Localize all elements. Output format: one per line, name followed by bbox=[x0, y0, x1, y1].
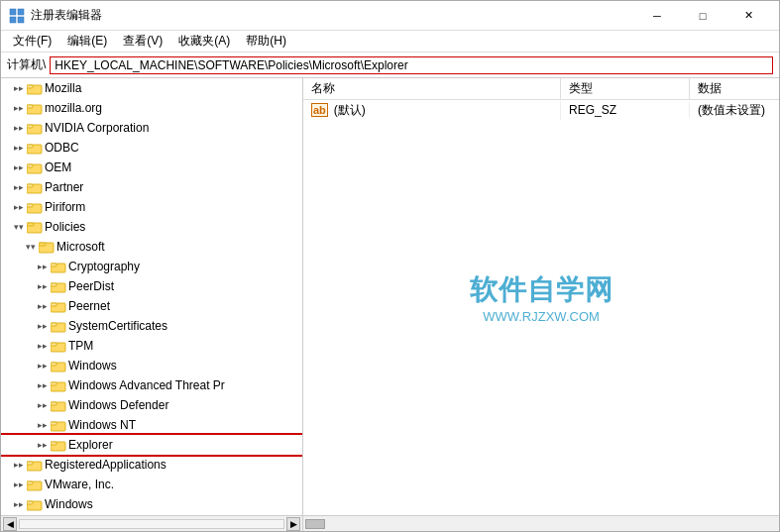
column-headers: 名称 类型 数据 bbox=[303, 78, 779, 100]
close-button[interactable]: ✕ bbox=[725, 1, 771, 31]
tree-item-systemcerts[interactable]: ▸SystemCertificates bbox=[1, 316, 302, 336]
folder-icon-cryptography bbox=[51, 259, 66, 274]
tree-item-explorer[interactable]: ▸Explorer bbox=[1, 435, 302, 455]
tree-item-oem[interactable]: ▸OEM bbox=[1, 158, 302, 177]
menu-item-view[interactable]: 查看(V) bbox=[115, 31, 170, 52]
entry-name: (默认) bbox=[334, 102, 366, 119]
folder-icon-windows bbox=[51, 358, 66, 373]
tree-item-registeredapps[interactable]: ▸RegisteredApplications bbox=[1, 455, 302, 475]
tree-label-windowsnt: Windows NT bbox=[68, 418, 136, 432]
svg-rect-7 bbox=[27, 105, 33, 108]
expand-arrow-defender[interactable]: ▸ bbox=[37, 399, 49, 411]
folder-icon-mozilla bbox=[27, 80, 43, 96]
menu-item-help[interactable]: 帮助(H) bbox=[238, 31, 294, 52]
tree-item-nvidia[interactable]: ▸NVIDIA Corporation bbox=[1, 118, 302, 138]
folder-icon-registeredapps bbox=[27, 457, 43, 473]
expand-arrow-windowsnt[interactable]: ▸ bbox=[37, 419, 49, 431]
left-hscroll[interactable]: ◀ ▶ bbox=[1, 516, 303, 531]
folder-icon-defender bbox=[51, 397, 66, 413]
tree-item-defender[interactable]: ▸Windows Defender bbox=[1, 395, 302, 415]
tree-item-mozillaorg[interactable]: ▸mozilla.org bbox=[1, 98, 302, 118]
tree-item-vmware[interactable]: ▸VMware, Inc. bbox=[1, 475, 302, 494]
hscroll-thumb[interactable] bbox=[305, 519, 325, 529]
tree-label-partner: Partner bbox=[45, 180, 83, 194]
expand-arrow-peerdist[interactable]: ▸ bbox=[37, 280, 49, 292]
menu-item-favorites[interactable]: 收藏夹(A) bbox=[170, 31, 238, 52]
expand-arrow-peernet[interactable]: ▸ bbox=[37, 300, 49, 312]
expand-arrow-cryptography[interactable]: ▸ bbox=[37, 261, 49, 272]
expand-arrow-registeredapps[interactable]: ▸ bbox=[13, 459, 25, 471]
tree-label-mozillaorg: mozilla.org bbox=[45, 101, 102, 115]
ab-icon: ab bbox=[311, 103, 328, 117]
expand-arrow-vmware[interactable]: ▸ bbox=[13, 479, 25, 490]
tree-item-peerdist[interactable]: ▸PeerDist bbox=[1, 276, 302, 296]
tree-item-windows2[interactable]: ▸Windows bbox=[1, 494, 302, 514]
tree-item-mozilla[interactable]: ▸Mozilla bbox=[1, 78, 302, 98]
tree-item-partner[interactable]: ▸Partner bbox=[1, 177, 302, 197]
svg-rect-0 bbox=[10, 9, 16, 15]
svg-rect-39 bbox=[51, 422, 56, 425]
expand-arrow-piriform[interactable]: ▸ bbox=[13, 201, 25, 213]
scroll-left-btn[interactable]: ◀ bbox=[3, 517, 17, 531]
expand-arrow-microsoft[interactable]: ▾ bbox=[25, 241, 37, 253]
tree-item-piriform[interactable]: ▸Piriform bbox=[1, 197, 302, 217]
content-area: ▸Mozilla▸mozilla.org▸NVIDIA Corporation▸… bbox=[1, 78, 779, 515]
tree-item-windows[interactable]: ▸Windows bbox=[1, 356, 302, 375]
svg-rect-17 bbox=[27, 204, 33, 207]
bottom-scrollbar: ◀ ▶ bbox=[1, 515, 779, 531]
folder-icon-explorer bbox=[51, 437, 66, 453]
registry-row[interactable]: ab (默认) REG_SZ (数值未设置) bbox=[303, 100, 779, 120]
col-data-header: 数据 bbox=[690, 78, 779, 99]
address-bar: 计算机\ HKEY_LOCAL_MACHINE\SOFTWARE\Policie… bbox=[1, 53, 779, 78]
tree-item-windowsnt[interactable]: ▸Windows NT bbox=[1, 415, 302, 435]
scroll-right-btn[interactable]: ▶ bbox=[286, 517, 300, 531]
tree-item-peernet[interactable]: ▸Peernet bbox=[1, 296, 302, 316]
tree-label-wat: Windows Advanced Threat Pr bbox=[68, 378, 225, 392]
svg-rect-41 bbox=[51, 442, 56, 445]
expand-arrow-oem[interactable]: ▸ bbox=[13, 161, 25, 173]
expand-arrow-tpm[interactable]: ▸ bbox=[37, 340, 49, 352]
expand-arrow-partner[interactable]: ▸ bbox=[13, 181, 25, 193]
tree-item-microsoft[interactable]: ▾Microsoft bbox=[1, 237, 302, 257]
expand-arrow-windows2[interactable]: ▸ bbox=[13, 498, 25, 510]
menu-item-file[interactable]: 文件(F) bbox=[5, 31, 59, 52]
address-path[interactable]: HKEY_LOCAL_MACHINE\SOFTWARE\Policies\Mic… bbox=[50, 56, 773, 74]
svg-rect-29 bbox=[51, 323, 56, 326]
tree-item-odbc[interactable]: ▸ODBC bbox=[1, 138, 302, 158]
right-hscroll[interactable] bbox=[303, 516, 779, 531]
tree-label-cryptography: Cryptography bbox=[68, 260, 140, 273]
svg-rect-1 bbox=[18, 9, 24, 15]
svg-rect-11 bbox=[27, 145, 33, 148]
expand-arrow-policies[interactable]: ▾ bbox=[13, 221, 25, 233]
expand-arrow-nvidia[interactable]: ▸ bbox=[13, 122, 25, 134]
tree-item-wat[interactable]: ▸Windows Advanced Threat Pr bbox=[1, 375, 302, 395]
tree-label-explorer: Explorer bbox=[68, 438, 113, 452]
svg-rect-23 bbox=[51, 264, 56, 266]
folder-icon-windowsnt bbox=[51, 417, 66, 433]
menu-item-edit[interactable]: 编辑(E) bbox=[59, 31, 115, 52]
folder-icon-vmware bbox=[27, 477, 43, 492]
expand-arrow-wat[interactable]: ▸ bbox=[37, 379, 49, 391]
folder-icon-partner bbox=[27, 179, 43, 195]
tree-label-peernet: Peernet bbox=[68, 299, 110, 313]
minimize-button[interactable]: ─ bbox=[634, 1, 680, 31]
expand-arrow-mozilla[interactable]: ▸ bbox=[13, 82, 25, 94]
watermark-main: 软件自学网 bbox=[470, 270, 613, 308]
tree-item-policies[interactable]: ▾Policies bbox=[1, 217, 302, 237]
svg-rect-5 bbox=[27, 85, 33, 88]
expand-arrow-windows[interactable]: ▸ bbox=[37, 360, 49, 372]
hscroll-track[interactable] bbox=[19, 519, 284, 529]
folder-icon-microsoft bbox=[39, 239, 55, 255]
svg-rect-19 bbox=[27, 223, 34, 226]
expand-arrow-explorer[interactable]: ▸ bbox=[37, 439, 49, 451]
tree-item-cryptography[interactable]: ▸Cryptography bbox=[1, 257, 302, 276]
tree-scroll[interactable]: ▸Mozilla▸mozilla.org▸NVIDIA Corporation▸… bbox=[1, 78, 302, 515]
expand-arrow-odbc[interactable]: ▸ bbox=[13, 142, 25, 154]
registry-editor-window: 注册表编辑器 ─ □ ✕ 文件(F)编辑(E)查看(V)收藏夹(A)帮助(H) … bbox=[0, 0, 780, 532]
maximize-button[interactable]: □ bbox=[680, 1, 725, 31]
svg-rect-47 bbox=[27, 501, 33, 504]
svg-rect-25 bbox=[51, 283, 56, 286]
expand-arrow-systemcerts[interactable]: ▸ bbox=[37, 320, 49, 332]
expand-arrow-mozillaorg[interactable]: ▸ bbox=[13, 102, 25, 114]
tree-item-tpm[interactable]: ▸TPM bbox=[1, 336, 302, 356]
